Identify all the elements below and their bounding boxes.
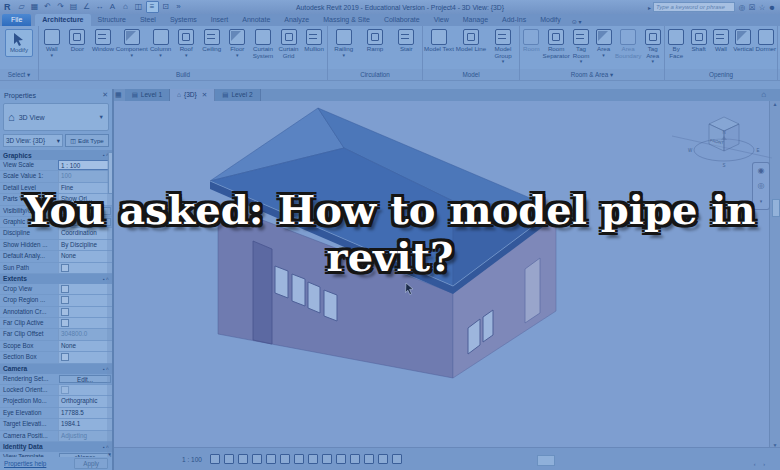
ribbon-tab-file[interactable]: File [2,14,31,26]
chevron-down-icon[interactable]: ▾ [651,59,654,63]
scroll-corner-arrows[interactable]: ‹ › [754,461,768,467]
search-icon[interactable]: ◎ [737,3,747,12]
app-store-icon[interactable]: ☒ [747,3,757,12]
vertical-scroll-thumb[interactable] [772,199,780,217]
ribbon-button-model-line[interactable]: Model Line [455,29,487,53]
compass-label[interactable]: N [722,130,725,135]
close-icon[interactable]: ✕ [202,91,207,99]
close-hidden-windows-icon[interactable]: ⊡ [160,1,172,13]
ribbon-tab-view[interactable]: View [427,14,456,26]
ribbon-tab-add-ins[interactable]: Add-Ins [495,14,533,26]
save-icon[interactable]: ▦ [29,1,41,13]
property-edit-button[interactable]: <None> [59,453,111,457]
search-expand-icon[interactable]: ▸ [648,4,651,11]
properties-help-link[interactable]: Properties help [4,460,46,467]
viewcube-front-face[interactable] [709,124,724,151]
ribbon-button-room-separator[interactable]: Room Separator [543,29,570,59]
ribbon-button-curtain-grid[interactable]: Curtain Grid [276,29,302,59]
properties-scroll-thumb[interactable] [108,152,113,194]
chevron-down-icon[interactable]: ▾ [51,53,54,57]
section-header-extents[interactable]: Extents▪ ˄ [0,274,112,284]
property-checkbox[interactable] [61,319,69,327]
ribbon-button-window[interactable]: Window [90,29,116,53]
section-header-identity-data[interactable]: Identity Data▪ ˄ [0,442,112,452]
view-scale-control[interactable]: 1 : 100 [182,456,202,463]
horizontal-scroll-thumb[interactable] [537,455,555,466]
ribbon-tab-analyze[interactable]: Analyze [277,14,316,26]
apply-button[interactable]: Apply [74,458,108,469]
chevron-down-icon[interactable]: ▼ [99,114,104,120]
ribbon-tab-steel[interactable]: Steel [133,14,163,26]
ribbon-tab-annotate[interactable]: Annotate [235,14,277,26]
ribbon-button-roof[interactable]: Roof▾ [173,29,199,57]
property-value[interactable]: None [58,251,112,261]
chevron-down-icon[interactable]: ▾ [580,59,583,63]
redo-icon[interactable]: ↷ [55,1,67,13]
ribbon-tab-modify[interactable]: Modify [533,14,568,26]
compass-label[interactable]: W [688,148,693,153]
ribbon-group-label[interactable]: Room & Area ▾ [520,69,664,80]
ribbon-button-mullion[interactable]: Mullion [301,29,327,53]
crop-region-icon[interactable] [294,454,304,464]
ribbon-button-vertical[interactable]: Vertical [732,29,754,53]
chevron-down-icon[interactable]: ▾ [602,53,605,57]
ribbon-button-ramp[interactable]: Ramp [359,29,390,53]
undo-icon[interactable]: ↶ [42,1,54,13]
default-3d-view-icon[interactable]: ⌂ [120,1,132,13]
ribbon-button-tag-area[interactable]: Tag Area▾ [641,29,664,63]
ribbon-button-curtain-system[interactable]: Curtain System [250,29,276,59]
ribbon-button-wall[interactable]: Wall▾ [39,29,65,57]
home-icon[interactable]: ⌂ [761,88,766,101]
compass-label[interactable]: S [722,163,725,168]
instance-selector[interactable]: 3D View: {3D} ▾ [3,134,63,147]
crop-view-icon[interactable] [280,454,290,464]
vertical-scrollbar[interactable]: ▲ ▼ [769,101,780,448]
chevron-down-icon[interactable]: ▾ [760,197,763,206]
ribbon-button-door[interactable]: Door [65,29,91,53]
property-value[interactable]: 1984.1 [58,419,112,429]
type-selector[interactable]: ⌂ 3D View ▼ [3,103,109,131]
measure-icon[interactable]: ∠ [81,1,93,13]
sign-in-icon[interactable]: ☻ [767,3,777,12]
section-icon[interactable]: ◫ [133,1,145,13]
ribbon-button-tag-room[interactable]: Tag Room▾ [570,29,593,63]
temporary-hide-isolate-icon[interactable] [322,454,332,464]
ribbon-button-modify[interactable]: Modify [5,29,33,57]
section-header-graphics[interactable]: Graphics▪ ˄ [0,150,112,160]
reveal-constraints-icon[interactable] [392,454,402,464]
chevron-down-icon[interactable]: ▾ [159,53,162,57]
ribbon-button-dormer[interactable]: Dormer [755,29,777,53]
shadows-icon[interactable] [252,454,262,464]
property-checkbox[interactable] [61,308,69,316]
steering-wheel-icon[interactable]: ◉ [758,166,765,175]
revit-logo-icon[interactable]: R [4,0,11,14]
temporary-view-properties-icon[interactable] [350,454,360,464]
chevron-down-icon[interactable]: ▾ [236,53,239,57]
property-checkbox[interactable] [61,296,69,304]
ribbon-button-column[interactable]: Column▾ [148,29,174,57]
reveal-hidden-icon[interactable] [336,454,346,464]
analytical-model-icon[interactable] [364,454,374,464]
zoom-icon[interactable]: ◎ [758,181,765,190]
ribbon-display-toggle[interactable]: ⊙ ▾ [568,17,586,26]
help-search-input[interactable] [653,2,735,12]
ribbon-button-wall[interactable]: Wall [710,29,732,53]
property-edit-button[interactable]: Edit... [59,218,111,226]
property-value[interactable]: Coordination [58,228,112,238]
chevron-down-icon[interactable]: ▾ [185,53,188,57]
edit-type-button[interactable]: ◫ Edit Type [65,134,109,147]
print-icon[interactable]: ▤ [68,1,80,13]
property-value[interactable]: By Discipline [58,240,112,250]
ribbon-tab-massing-site[interactable]: Massing & Site [316,14,377,26]
detail-level-icon[interactable] [210,454,220,464]
property-value[interactable]: Orthographic [58,396,112,406]
text-icon[interactable]: A [107,1,119,13]
property-edit-button[interactable]: Edit... [59,375,111,383]
compass-label[interactable]: E [756,148,759,153]
property-value[interactable]: 1 : 100 [58,160,112,170]
viewcube-right-face[interactable] [724,124,739,151]
view-tab-level-2[interactable]: ▤Level 2 [215,88,260,101]
property-value[interactable]: 304800.0 [58,329,112,339]
compass-north-pointer[interactable] [721,136,727,140]
section-header-camera[interactable]: Camera▪ ˄ [0,364,112,374]
